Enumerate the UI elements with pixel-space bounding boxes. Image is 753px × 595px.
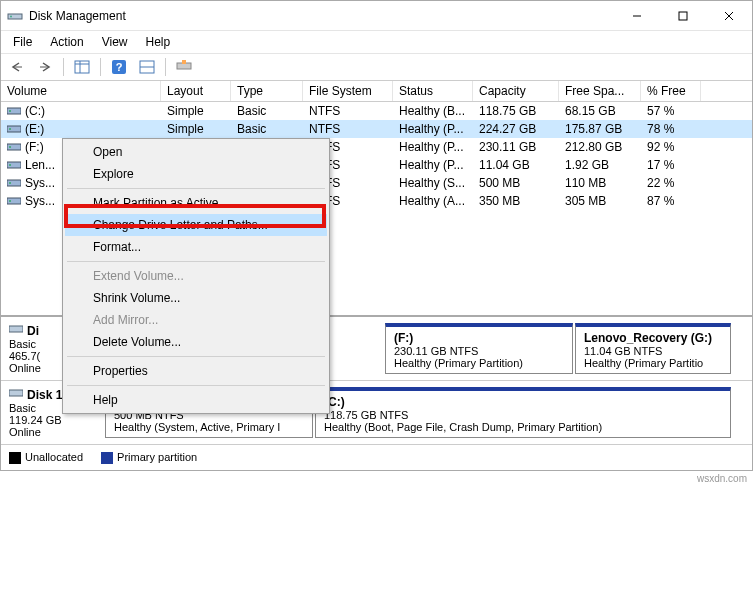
col-volume[interactable]: Volume <box>1 81 161 101</box>
context-separator <box>67 188 325 189</box>
col-capacity[interactable]: Capacity <box>473 81 559 101</box>
svg-rect-3 <box>679 12 687 20</box>
volume-icon <box>7 177 21 189</box>
svg-point-26 <box>9 182 11 184</box>
svg-point-24 <box>9 164 11 166</box>
svg-point-18 <box>9 110 11 112</box>
col-free[interactable]: Free Spa... <box>559 81 641 101</box>
col-pct[interactable]: % Free <box>641 81 701 101</box>
context-item[interactable]: Help <box>65 389 327 411</box>
menu-view[interactable]: View <box>94 33 136 51</box>
forward-button[interactable] <box>33 56 57 78</box>
svg-rect-30 <box>9 390 23 396</box>
volume-icon <box>7 123 21 135</box>
context-separator <box>67 356 325 357</box>
context-item: Add Mirror... <box>65 309 327 331</box>
svg-point-20 <box>9 128 11 130</box>
svg-rect-8 <box>75 61 89 73</box>
volume-icon <box>7 195 21 207</box>
legend: Unallocated Primary partition <box>1 445 752 470</box>
context-item[interactable]: Delete Volume... <box>65 331 327 353</box>
svg-point-1 <box>10 15 12 17</box>
volume-icon <box>7 105 21 117</box>
context-item[interactable]: Format... <box>65 236 327 258</box>
disk-icon <box>9 323 23 338</box>
svg-point-22 <box>9 146 11 148</box>
context-separator <box>67 261 325 262</box>
help-icon[interactable]: ? <box>107 56 131 78</box>
partition-box[interactable]: Lenovo_Recovery (G:)11.04 GB NTFSHealthy… <box>575 323 731 374</box>
toolbar-icon-2[interactable] <box>135 56 159 78</box>
context-separator <box>67 385 325 386</box>
toolbar-icon-3[interactable] <box>172 56 196 78</box>
svg-rect-16 <box>182 60 186 64</box>
context-item[interactable]: Open <box>65 141 327 163</box>
context-item: Extend Volume... <box>65 265 327 287</box>
col-layout[interactable]: Layout <box>161 81 231 101</box>
toolbar: ? <box>1 53 752 81</box>
menubar: File Action View Help <box>1 31 752 53</box>
titlebar: Disk Management <box>1 1 752 31</box>
window-title: Disk Management <box>29 9 614 23</box>
col-status[interactable]: Status <box>393 81 473 101</box>
col-type[interactable]: Type <box>231 81 303 101</box>
legend-primary-swatch <box>101 452 113 464</box>
menu-help[interactable]: Help <box>138 33 179 51</box>
svg-text:?: ? <box>116 61 123 73</box>
context-item[interactable]: Explore <box>65 163 327 185</box>
toolbar-view-icon[interactable] <box>70 56 94 78</box>
menu-action[interactable]: Action <box>42 33 91 51</box>
legend-unallocated-swatch <box>9 452 21 464</box>
volume-icon <box>7 141 21 153</box>
volume-row[interactable]: (E:)SimpleBasicNTFSHealthy (P...224.27 G… <box>1 120 752 138</box>
minimize-button[interactable] <box>614 1 660 31</box>
disk-icon <box>9 387 23 402</box>
partition-box[interactable]: (C:)118.75 GB NTFSHealthy (Boot, Page Fi… <box>315 387 731 438</box>
context-item[interactable]: Mark Partition as Active <box>65 192 327 214</box>
app-icon <box>7 8 23 24</box>
volume-row[interactable]: (C:)SimpleBasicNTFSHealthy (B...118.75 G… <box>1 102 752 120</box>
context-item[interactable]: Properties <box>65 360 327 382</box>
partition-box[interactable]: (F:)230.11 GB NTFSHealthy (Primary Parti… <box>385 323 573 374</box>
maximize-button[interactable] <box>660 1 706 31</box>
context-item[interactable]: Shrink Volume... <box>65 287 327 309</box>
back-button[interactable] <box>5 56 29 78</box>
list-header: Volume Layout Type File System Status Ca… <box>1 81 752 102</box>
context-menu: OpenExploreMark Partition as ActiveChang… <box>62 138 330 414</box>
context-item[interactable]: Change Drive Letter and Paths... <box>65 214 327 236</box>
menu-file[interactable]: File <box>5 33 40 51</box>
svg-rect-29 <box>9 326 23 332</box>
footer-watermark: wsxdn.com <box>0 471 753 486</box>
volume-icon <box>7 159 21 171</box>
svg-point-28 <box>9 200 11 202</box>
close-button[interactable] <box>706 1 752 31</box>
col-fs[interactable]: File System <box>303 81 393 101</box>
